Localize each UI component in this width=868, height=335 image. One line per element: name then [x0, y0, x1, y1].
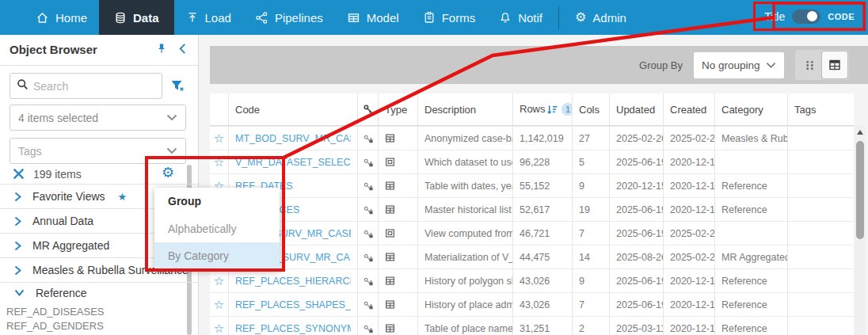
popup-item-alphabetically[interactable]: Alphabetically	[154, 215, 280, 243]
table-row[interactable]: ☆ REF_PLACES_SHAPES_HIST History of plac…	[210, 292, 854, 316]
category-cell: Measles & Rubella Surveillance	[715, 127, 788, 150]
group-by-select[interactable]: No grouping	[694, 52, 784, 78]
table-row[interactable]: ☆ V_BOD_SURV_MR_CASE_G.. View computed f…	[210, 221, 854, 245]
table-scrollbar-thumb[interactable]	[856, 141, 864, 239]
code-link[interactable]: MT_BOD_SURV_MR_CASE_..	[235, 133, 351, 144]
chevron-down-icon	[166, 114, 177, 121]
table-row[interactable]: ☆ MT_BOD_SURV_MR_CASE_.. Anonymized case…	[210, 126, 854, 150]
tree-leaf[interactable]: REF_AD_DISEASES	[6, 305, 198, 319]
tree-item-reference[interactable]: Reference	[0, 282, 198, 303]
column-header-updated[interactable]: Updated	[610, 93, 664, 125]
created-cell: 2020-12-15	[664, 174, 715, 197]
nav-item-data[interactable]: Data	[99, 0, 174, 35]
database-icon	[114, 11, 127, 25]
search-input[interactable]	[33, 80, 144, 93]
favorite-star-icon[interactable]: ☆	[210, 150, 229, 173]
column-header-category[interactable]: Category	[715, 93, 788, 125]
code-link[interactable]: V_MR_DATASET_SELECTION	[235, 157, 351, 168]
nav-label: Admin	[592, 11, 626, 25]
clear-selection-icon[interactable]	[12, 167, 25, 184]
table-toolbar: Group By No grouping	[210, 46, 868, 84]
key-column-header[interactable]	[358, 93, 379, 125]
favorite-star-icon[interactable]: ☆	[210, 317, 229, 335]
nav-item-pipelines[interactable]: Pipelines	[243, 0, 335, 35]
title-code-switch[interactable]	[792, 10, 820, 24]
column-header-rows[interactable]: Rows 1	[513, 93, 573, 125]
grid-view-button[interactable]	[797, 51, 822, 78]
nav-label: Notif	[518, 11, 542, 25]
column-header-description[interactable]: Description	[418, 93, 513, 125]
popup-item-by-category[interactable]: By Category	[154, 242, 280, 270]
description-cell: History of polygon sh..	[418, 269, 513, 292]
created-cell: 2020-12-15	[664, 150, 715, 173]
nav-item-notif[interactable]: Notif	[487, 0, 554, 35]
group-by-label: Group By	[639, 59, 683, 71]
rows-cell: 44,475	[513, 246, 573, 268]
favorite-star-icon: ★	[118, 191, 128, 203]
chevron-right-icon	[14, 241, 21, 251]
nav-item-home[interactable]: Home	[24, 0, 99, 35]
reference-children: REF_AD_DISEASES REF_AD_GENDERS REF_AD_IN…	[0, 303, 198, 335]
description-cell: Materialization of V_B..	[418, 246, 513, 268]
toggle-right-label: CODE	[828, 12, 855, 21]
column-header-tags[interactable]: Tags	[788, 93, 854, 125]
key-lock-icon	[358, 198, 379, 221]
filter-funnel-icon[interactable]	[169, 78, 185, 97]
key-lock-icon	[358, 293, 379, 316]
nav-item-load[interactable]: Load	[174, 0, 243, 35]
items-filter-select[interactable]: 4 items selected	[10, 105, 186, 131]
rows-cell: 31,251	[513, 317, 573, 335]
column-header-cols[interactable]: Cols	[573, 93, 610, 125]
group-settings-gear-icon[interactable]: ⚙	[162, 166, 174, 180]
table-row[interactable]: ☆ REF_PLACES_HIERARCHY_.. History of pol…	[210, 268, 854, 292]
table-row[interactable]: ☆ V_MR_DATASET_SELECTION Which dataset t…	[210, 150, 854, 173]
key-lock-icon	[358, 246, 379, 268]
description-cell: History of place admi..	[418, 293, 513, 316]
tags-filter-select[interactable]: Tags	[10, 138, 186, 164]
category-cell: MR Aggregated, Measles & Rubella	[715, 246, 788, 268]
pin-icon[interactable]	[155, 42, 168, 59]
collapse-panel-icon[interactable]	[177, 43, 188, 58]
code-link[interactable]: REF_PLACES_SYNONYMS	[235, 323, 351, 334]
code-link[interactable]: REF_PLACES_SHAPES_HIST	[235, 299, 351, 310]
favorite-star-icon[interactable]: ☆	[210, 127, 229, 150]
panel-title: Object Browser	[10, 43, 97, 56]
updated-cell: 2025-06-19	[610, 222, 664, 245]
favorite-star-icon[interactable]: ☆	[210, 293, 229, 316]
key-lock-icon	[358, 222, 379, 245]
popup-item-group[interactable]: Group	[154, 188, 280, 215]
tree-leaf[interactable]: REF_AD_GENDERS	[6, 319, 198, 333]
nav-item-admin[interactable]: ⚙ Admin	[563, 0, 638, 35]
table-row[interactable]: ☆ REF_PLACES_SYNONYMS Table of place nam…	[210, 316, 854, 335]
code-link[interactable]: REF_PLACES_HIERARCHY_..	[235, 276, 351, 287]
nav-item-forms[interactable]: Forms	[411, 0, 488, 35]
upload-icon	[186, 11, 199, 24]
column-header-type[interactable]: Type	[379, 93, 418, 125]
view-type-icon	[385, 157, 395, 167]
table-row[interactable]: ☆ MV_BOD_SURV_MR_CASE_.. Materialization…	[210, 245, 854, 268]
table-row[interactable]: ☆ REF_DATES Table with dates, year,.. 55…	[210, 173, 854, 197]
category-cell	[715, 150, 788, 173]
group-by-value: No grouping	[702, 59, 760, 71]
tags-cell	[788, 317, 854, 335]
scroll-up-arrow-icon[interactable]	[857, 130, 863, 135]
table-type-icon	[385, 276, 395, 286]
description-cell: Table of place name s..	[418, 317, 513, 335]
column-header-created[interactable]: Created	[664, 93, 715, 125]
title-code-toggle-group: Title CODE	[753, 2, 866, 31]
table-row[interactable]: ☆ REF_PLACES Master historical list o.. …	[210, 197, 854, 221]
table-scrollbar[interactable]	[854, 125, 866, 335]
items-count: 199 items	[33, 168, 82, 181]
created-cell: 2025-02-25	[664, 246, 715, 268]
cols-cell: 19	[573, 198, 610, 221]
table-type-icon	[385, 181, 395, 191]
favorite-star-icon[interactable]: ☆	[210, 269, 229, 292]
table-view-button[interactable]	[822, 51, 847, 78]
description-cell: View computed from ..	[418, 222, 513, 245]
column-header-code[interactable]: Code	[229, 93, 358, 125]
updated-cell: 2020-12-15	[610, 174, 664, 197]
category-cell: Reference	[715, 293, 788, 316]
home-icon	[36, 11, 49, 25]
chevron-down-icon	[766, 62, 776, 69]
nav-item-model[interactable]: Model	[335, 0, 411, 35]
